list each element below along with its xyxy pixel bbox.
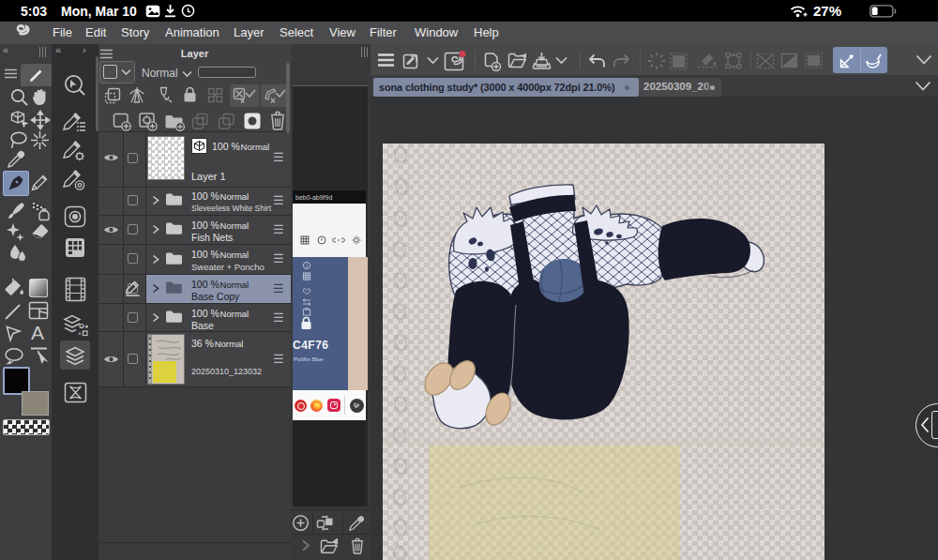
svg-text:×: × [78,330,82,337]
svg-text:●: ● [85,323,89,329]
